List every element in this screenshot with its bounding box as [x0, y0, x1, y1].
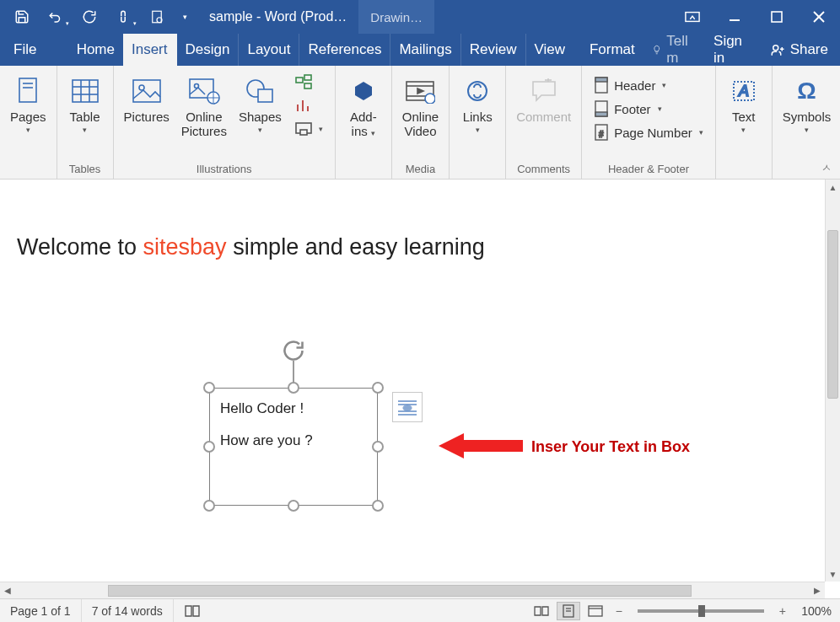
layout-options-button[interactable]: [392, 392, 423, 422]
comment-label: Comment: [516, 110, 571, 124]
pages-label: Pages: [10, 110, 46, 124]
undo-button[interactable]: ▾: [40, 0, 71, 34]
svg-point-7: [773, 46, 778, 51]
close-button[interactable]: [798, 0, 840, 34]
link-icon: [466, 79, 489, 103]
scroll-thumb[interactable]: [827, 230, 838, 399]
shapes-button[interactable]: Shapes ▾: [234, 69, 287, 134]
table-button[interactable]: Table ▾: [62, 69, 108, 134]
zoom-level[interactable]: 100%: [794, 604, 832, 618]
page-preview-icon: [149, 8, 164, 25]
sign-in-button[interactable]: Sign in: [702, 33, 758, 67]
spell-check-button[interactable]: [174, 599, 211, 622]
online-pictures-button[interactable]: OnlinePictures: [176, 69, 232, 139]
read-mode-icon: [534, 605, 549, 617]
word-count[interactable]: 7 of 14 words: [82, 599, 174, 622]
ribbon-display-button[interactable]: [671, 0, 713, 34]
links-label: Links: [463, 110, 493, 124]
collapse-ribbon-button[interactable]: ㅅ: [818, 159, 835, 177]
tab-review[interactable]: Review: [461, 34, 526, 66]
redo-icon: [82, 9, 97, 24]
web-layout-button[interactable]: [584, 602, 607, 620]
chevron-down-icon: ▾: [83, 126, 87, 134]
resize-handle[interactable]: [288, 500, 299, 512]
chevron-down-icon: ▾: [319, 125, 323, 133]
contextual-tab-label[interactable]: Drawin…: [358, 0, 434, 34]
smartart-button[interactable]: [292, 71, 326, 93]
chevron-down-icon: ▾: [26, 126, 30, 134]
vertical-scrollbar[interactable]: ▲ ▼: [825, 180, 840, 582]
redo-button[interactable]: [74, 0, 105, 34]
resize-handle[interactable]: [203, 500, 215, 512]
maximize-icon: [771, 11, 783, 23]
qat-customize-button[interactable]: ▾: [175, 0, 194, 34]
online-video-button[interactable]: OnlineVideo: [397, 69, 444, 139]
horizontal-scrollbar[interactable]: ◀ ▶: [0, 582, 825, 598]
text-box-content[interactable]: Hello Coder ! How are you ?: [209, 388, 378, 506]
page-number-button[interactable]: # Page Number▾: [590, 121, 707, 143]
scroll-up-button[interactable]: ▲: [826, 180, 840, 195]
text-box-shape[interactable]: Hello Coder ! How are you ?: [209, 371, 378, 489]
group-header-footer-label: Header & Footer: [587, 161, 710, 179]
tab-home[interactable]: Home: [68, 34, 123, 66]
document-heading: Welcome to sitesbay simple and easy lear…: [17, 234, 485, 260]
text-button[interactable]: A Text ▾: [721, 69, 767, 134]
resize-handle[interactable]: [203, 441, 215, 453]
tab-mailings[interactable]: Mailings: [390, 34, 460, 66]
touch-mode-button[interactable]: ▾: [108, 0, 138, 34]
save-button[interactable]: [7, 0, 37, 34]
screenshot-button[interactable]: ▾: [292, 118, 326, 140]
zoom-in-button[interactable]: +: [774, 604, 791, 618]
tell-me-label: Tell m: [666, 33, 693, 67]
document-canvas[interactable]: Welcome to sitesbay simple and easy lear…: [0, 180, 825, 582]
scroll-down-button[interactable]: ▼: [826, 566, 840, 582]
scroll-thumb[interactable]: [108, 585, 692, 597]
symbols-button[interactable]: Ω Symbols ▾: [778, 69, 837, 134]
resize-handle[interactable]: [372, 500, 384, 512]
tab-view[interactable]: View: [526, 34, 574, 66]
zoom-slider[interactable]: [638, 609, 764, 613]
read-mode-button[interactable]: [530, 602, 553, 620]
resize-handle[interactable]: [372, 441, 384, 453]
tell-me-search[interactable]: Tell m: [643, 33, 702, 67]
pictures-button[interactable]: Pictures: [119, 69, 175, 124]
links-button[interactable]: Links ▾: [455, 69, 500, 134]
chevron-down-icon: ▾: [258, 126, 262, 134]
tab-insert[interactable]: Insert: [123, 34, 177, 66]
addins-button[interactable]: Add-ins ▾: [341, 69, 386, 139]
print-preview-button[interactable]: [142, 0, 172, 34]
scroll-right-button[interactable]: ▶: [810, 586, 825, 595]
tab-references[interactable]: References: [299, 34, 390, 66]
page-indicator[interactable]: Page 1 of 1: [0, 599, 82, 622]
footer-button[interactable]: Footer▾: [590, 98, 707, 120]
tab-file[interactable]: File: [0, 34, 50, 66]
chevron-down-icon: ▾: [699, 128, 703, 137]
tab-design[interactable]: Design: [177, 34, 240, 66]
svg-rect-26: [304, 75, 311, 80]
print-layout-button[interactable]: [557, 602, 580, 620]
header-icon: [594, 77, 609, 94]
resize-handle[interactable]: [372, 382, 384, 394]
rotation-handle[interactable]: [282, 339, 305, 362]
tab-format[interactable]: Format: [581, 34, 643, 66]
tab-layout[interactable]: Layout: [239, 34, 299, 66]
comment-icon: [530, 78, 558, 104]
group-illustrations-label: Illustrations: [119, 161, 330, 179]
zoom-slider-knob[interactable]: [698, 605, 705, 617]
group-comments-label: Comments: [511, 161, 576, 179]
ribbon-tabs: File Home Insert Design Layout Reference…: [0, 34, 840, 66]
resize-handle[interactable]: [203, 382, 215, 394]
maximize-button[interactable]: [756, 0, 798, 34]
svg-rect-4: [772, 12, 782, 22]
chevron-down-icon: ▾: [658, 105, 662, 113]
chart-button[interactable]: [292, 94, 326, 116]
share-button[interactable]: Share: [758, 41, 840, 58]
minimize-button[interactable]: [713, 0, 756, 34]
zoom-out-button[interactable]: −: [611, 604, 627, 618]
resize-handle[interactable]: [288, 382, 299, 394]
save-icon: [14, 9, 30, 24]
svg-point-37: [425, 94, 435, 104]
pages-button[interactable]: Pages ▾: [5, 69, 51, 134]
scroll-left-button[interactable]: ◀: [0, 586, 15, 595]
header-button[interactable]: Header▾: [590, 74, 707, 96]
